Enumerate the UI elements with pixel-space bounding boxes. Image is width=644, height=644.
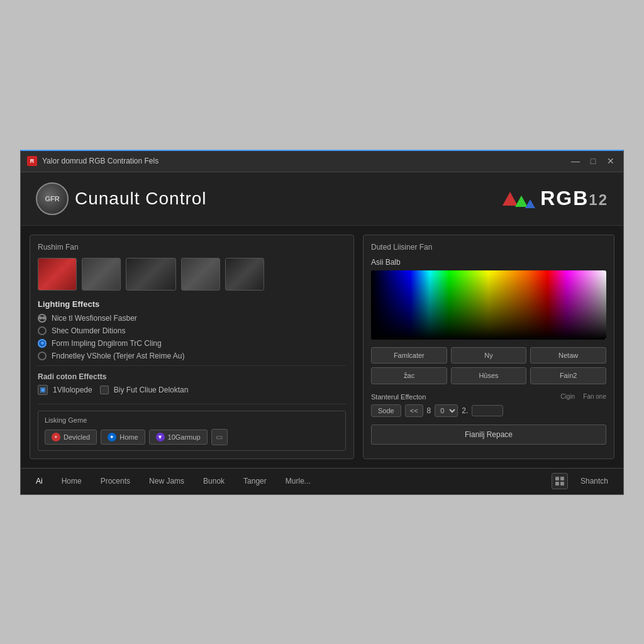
triangle-down-icon: ▼ [156, 433, 165, 441]
fan-number: 2. [462, 406, 468, 415]
tab-shantch[interactable]: Shantch [572, 472, 617, 491]
color-spectrum[interactable] [371, 270, 606, 340]
home-button[interactable]: ✦ Home [101, 430, 145, 445]
lighting-section-label: Lighting Effects [38, 299, 346, 309]
tab-home[interactable]: Home [53, 472, 91, 491]
blue-triangle-icon [525, 199, 535, 208]
device-thumb-2[interactable] [82, 258, 121, 291]
speed-label: Cigin [543, 393, 575, 400]
device-thumb-3[interactable] [126, 258, 176, 291]
maximize-button[interactable]: □ [587, 155, 599, 167]
preset-buttons: Famlcater Ny Netaw ẑac Hûses Fain2 [371, 347, 606, 384]
left-panel: Rushim Fan Lighting Effects Nice tl Wesf… [30, 235, 354, 459]
linking-title: Lisking Geme [45, 416, 339, 424]
lighting-item-1[interactable]: Shec Otumder Ditions [38, 326, 346, 335]
rgb-logo [502, 189, 535, 208]
tab-bunok[interactable]: Bunok [194, 472, 233, 491]
arrows-button[interactable]: << [405, 404, 423, 417]
radio-section-label: Radi coton Effectts [38, 372, 346, 381]
window-controls: — □ ✕ [569, 155, 617, 167]
effect-section-label: Stanterul Effecton [371, 393, 543, 401]
radio-item-1[interactable]: ▣ 1Vllolopede [38, 385, 92, 395]
device-thumb-5[interactable] [225, 258, 264, 291]
fan-label: Fan one [575, 393, 606, 400]
logo-area: GFR Cunault Control [36, 182, 207, 215]
app-icon: R [27, 156, 37, 166]
linking-buttons: + Devicled ✦ Home ▼ 10Garmup ▭ [45, 429, 339, 445]
tab-tanger[interactable]: Tanger [235, 472, 275, 491]
lighting-item-3[interactable]: Fndnetley VShole (Terjer Ast Reime Au) [38, 352, 346, 360]
linking-section: Lisking Geme + Devicled ✦ Home ▼ 10Garmu… [38, 411, 346, 451]
app-header: GFR Cunault Control RGB12 [21, 172, 623, 226]
main-window: R Yalor domrud RGB Contration Fels — □ ✕… [20, 150, 624, 495]
tab-procents[interactable]: Procents [92, 472, 139, 491]
preset-btn-1[interactable]: Ny [451, 347, 527, 364]
bluetooth-icon: ✦ [108, 433, 116, 441]
lighting-item-0[interactable]: Nice tl Wesfionsel Fasber [38, 314, 346, 323]
mode-button[interactable]: Sode [371, 404, 401, 417]
checkbox-icon: ▣ [38, 385, 48, 395]
bottom-tabs: Ai Home Procents New Jams Bunok Tanger M… [21, 468, 623, 494]
tab-ai[interactable]: Ai [27, 472, 52, 491]
device-thumb-4[interactable] [181, 258, 220, 291]
divider-2 [38, 404, 346, 404]
tab-new-jams[interactable]: New Jams [140, 472, 193, 491]
app-name: Cunault Control [75, 189, 207, 209]
effect-controls: Stanterul Effecton Cigin Fan one Sode <<… [371, 393, 606, 417]
tab-murle[interactable]: Murle... [277, 472, 319, 491]
logo-circle: GFR [36, 182, 69, 215]
lighting-item-2[interactable]: Form Impling Dngilrom TrC Cling [38, 339, 346, 348]
right-panel: Duted Liisiner Fan Asii Balb Famlcater N… [363, 235, 614, 459]
window-title: Yalor domrud RGB Contration Fels [42, 157, 569, 165]
color-picker-label: Asii Balb [371, 258, 606, 267]
divider-1 [38, 365, 346, 366]
preset-btn-0[interactable]: Famlcater [371, 347, 447, 364]
preset-btn-3[interactable]: ẑac [371, 367, 447, 384]
garmup-button[interactable]: ▼ 10Garmup [149, 430, 208, 445]
devicled-button[interactable]: + Devicled [45, 430, 97, 445]
speed-number: 8 [427, 406, 431, 415]
minimize-button[interactable]: — [569, 155, 582, 167]
radio-partial-icon [38, 314, 47, 323]
radio-checked-icon [38, 339, 47, 348]
rgb-badge: RGB12 [502, 187, 608, 210]
speed-dropdown[interactable]: 0 1 2 [435, 404, 458, 417]
right-panel-title: Duted Liisiner Fan [371, 243, 606, 252]
preset-btn-5[interactable]: Fain2 [530, 367, 606, 384]
plus-icon: + [52, 433, 60, 441]
main-content: Rushim Fan Lighting Effects Nice tl Wesf… [21, 226, 623, 468]
rgb-text: RGB12 [540, 187, 608, 210]
close-button[interactable]: ✕ [604, 155, 617, 167]
effect-row: Sode << 8 0 1 2 2. [371, 404, 606, 417]
radio-empty-icon [38, 326, 47, 335]
checkbox-item-1[interactable]: Biy Fut Cliue Deloktan [100, 386, 189, 394]
grid-view-button[interactable] [552, 473, 568, 489]
extra-button[interactable]: ▭ [211, 429, 228, 445]
radio-empty-icon-2 [38, 352, 47, 360]
title-bar: R Yalor domrud RGB Contration Fels — □ ✕ [21, 151, 623, 172]
left-panel-title: Rushim Fan [38, 243, 346, 252]
fan-input[interactable] [472, 405, 503, 416]
apply-button[interactable]: Fianilj Repace [371, 425, 606, 445]
grid-icon [555, 477, 564, 486]
preset-btn-4[interactable]: Hûses [451, 367, 527, 384]
preset-btn-2[interactable]: Netaw [530, 347, 606, 364]
device-thumb-1[interactable] [38, 258, 77, 291]
device-thumbnails [38, 258, 346, 291]
checkbox-empty-icon [100, 386, 109, 394]
